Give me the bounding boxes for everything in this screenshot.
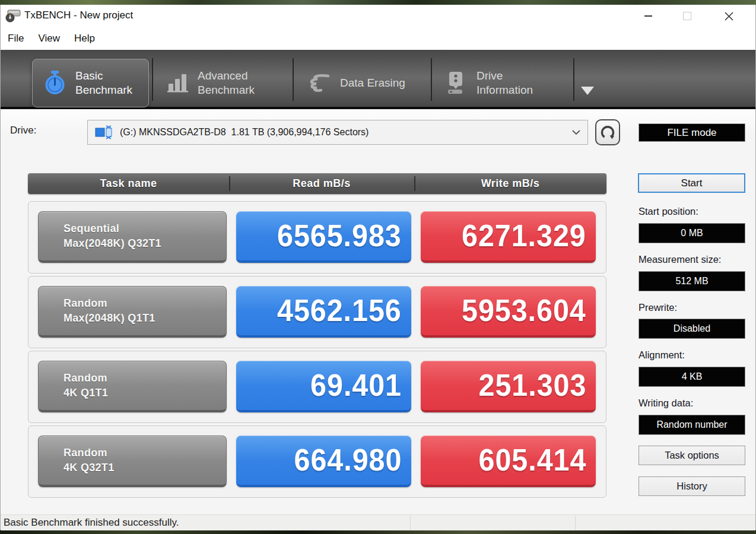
maximize-button[interactable]	[674, 5, 701, 27]
write-value-box: 251.303	[421, 361, 596, 412]
writing-data-text: Random number	[656, 419, 727, 430]
drive-partition-icon	[95, 125, 114, 139]
tab-bar: Basic Benchmark Advanced Benchmark	[1, 50, 755, 109]
read-value: 4562.156	[277, 293, 402, 328]
write-value: 5953.604	[462, 293, 586, 328]
status-divider	[575, 516, 576, 530]
measurement-size-text: 512 MB	[675, 276, 708, 287]
desktop-background-top	[0, 0, 756, 5]
task-line1: Sequential	[63, 221, 226, 236]
writing-data-value[interactable]: Random number	[639, 415, 745, 435]
start-position-value[interactable]: 0 MB	[639, 223, 745, 243]
write-value-box: 6271.329	[421, 211, 596, 263]
bar-chart-icon	[167, 72, 189, 94]
task-options-label: Task options	[665, 450, 719, 461]
task-line2: Max(2048K) Q32T1	[63, 236, 226, 251]
erase-squiggle-icon	[308, 73, 332, 93]
header-write: Write mB/s	[414, 173, 606, 194]
write-value: 605.414	[478, 443, 586, 478]
table-row: Random Max(2048K) Q1T1 4562.156 5953.604	[28, 276, 606, 348]
read-value: 6565.983	[277, 218, 402, 253]
measurement-size-label: Measurement size:	[639, 254, 721, 265]
task-line1: Random	[63, 371, 226, 386]
alignment-text: 4 KB	[682, 371, 703, 382]
history-button[interactable]: History	[639, 476, 745, 496]
write-value-box: 5953.604	[421, 286, 596, 338]
refresh-drives-button[interactable]	[595, 119, 620, 145]
read-value-box: 664.980	[236, 436, 411, 487]
app-icon	[5, 9, 21, 23]
write-value: 6271.329	[462, 218, 586, 253]
write-value-box: 605.414	[421, 436, 596, 487]
tab-advanced-benchmark[interactable]: Advanced Benchmark	[156, 59, 290, 107]
file-mode-label: FILE mode	[667, 127, 716, 139]
more-tabs-caret[interactable]	[581, 87, 594, 95]
status-message: Basic Benchmark finished successfully.	[4, 515, 179, 530]
task-name-box: Random Max(2048K) Q1T1	[38, 286, 227, 338]
drive-select[interactable]: (G:) MKNSSDGA2TB-D8 1.81 TB (3,906,994,1…	[87, 120, 588, 145]
maximize-icon	[683, 12, 691, 20]
stopwatch-icon	[43, 69, 67, 97]
start-position-label: Start position:	[639, 206, 698, 217]
tab-label-line2: Benchmark	[75, 83, 132, 97]
tab-divider	[573, 58, 574, 101]
menu-view[interactable]: View	[31, 30, 67, 47]
task-line2: Max(2048K) Q1T1	[63, 311, 226, 326]
task-line2: 4K Q32T1	[63, 460, 226, 475]
header-task-name: Task name	[28, 173, 229, 194]
read-value-box: 6565.983	[236, 211, 411, 263]
write-value: 251.303	[478, 368, 586, 403]
menu-file[interactable]: File	[8, 30, 31, 47]
main-content: Drive: (G:) MKNSSDGA2TB-D8 1.81 TB (3,90…	[1, 109, 755, 514]
close-button[interactable]	[715, 5, 742, 27]
header-divider	[414, 176, 415, 191]
refresh-icon	[600, 125, 615, 140]
tab-label-line2: Information	[477, 83, 533, 97]
task-line1: Random	[63, 296, 226, 311]
tab-label-line1: Drive	[477, 69, 533, 83]
task-options-button[interactable]: Task options	[639, 446, 745, 465]
file-mode-indicator: FILE mode	[639, 123, 745, 142]
minimize-icon	[644, 15, 652, 17]
task-name-box: Sequential Max(2048K) Q32T1	[38, 211, 227, 263]
tab-drive-information[interactable]: Drive Information	[435, 59, 570, 107]
writing-data-label: Writing data:	[639, 398, 693, 409]
tab-label-line2: Benchmark	[198, 83, 255, 97]
tab-basic-benchmark[interactable]: Basic Benchmark	[32, 59, 149, 107]
drive-selected-value: (G:) MKNSSDGA2TB-D8 1.81 TB (3,906,994,1…	[120, 127, 566, 138]
status-divider	[410, 516, 411, 530]
drive-label: Drive:	[10, 125, 36, 136]
table-header: Task name Read mB/s Write mB/s	[28, 173, 606, 194]
tab-data-erasing[interactable]: Data Erasing	[297, 59, 428, 107]
menu-bar: File View Help	[1, 27, 755, 50]
table-row: Random 4K Q1T1 69.401 251.303	[28, 351, 606, 423]
start-position-text: 0 MB	[681, 228, 703, 239]
tab-divider	[431, 58, 432, 101]
prewrite-value[interactable]: Disabled	[639, 319, 745, 339]
read-value: 664.980	[294, 443, 402, 478]
txbench-window: TxBENCH - New project File View Help	[0, 5, 756, 530]
header-read: Read mB/s	[229, 173, 414, 194]
minimize-button[interactable]	[634, 5, 662, 27]
tab-divider	[293, 58, 294, 101]
prewrite-label: Prewrite:	[639, 302, 677, 313]
start-button-label: Start	[681, 177, 703, 189]
tab-label-line1: Advanced	[198, 69, 255, 83]
title-bar[interactable]: TxBENCH - New project	[1, 5, 755, 27]
task-line1: Random	[63, 446, 226, 460]
table-row: Random 4K Q32T1 664.980 605.414	[28, 425, 606, 498]
measurement-size-value[interactable]: 512 MB	[639, 271, 745, 291]
start-button[interactable]: Start	[638, 173, 745, 193]
tab-divider	[152, 58, 153, 101]
task-line2: 4K Q1T1	[63, 386, 226, 401]
drive-info-icon	[446, 71, 468, 96]
status-bar: Basic Benchmark finished successfully.	[1, 514, 755, 530]
header-divider	[229, 176, 230, 191]
close-icon	[725, 12, 733, 21]
menu-help[interactable]: Help	[67, 30, 102, 47]
tab-label-line1: Data Erasing	[340, 76, 405, 90]
task-name-box: Random 4K Q1T1	[38, 361, 227, 412]
task-name-box: Random 4K Q32T1	[38, 436, 227, 487]
alignment-value[interactable]: 4 KB	[639, 367, 745, 387]
read-value-box: 69.401	[236, 361, 411, 412]
